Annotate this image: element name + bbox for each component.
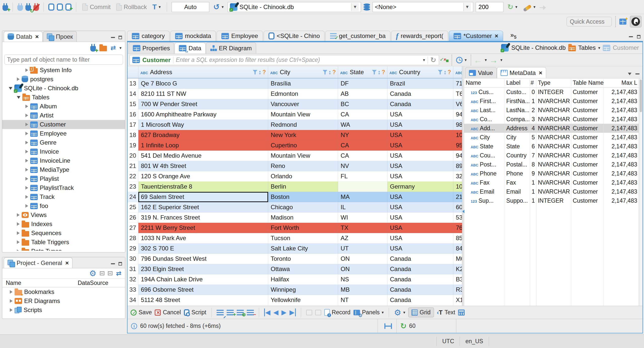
project-item[interactable]: Bookmarks — [2, 287, 125, 296]
tree-item[interactable]: Employee — [2, 129, 125, 138]
column-header-name[interactable]: Name — [464, 79, 505, 86]
sort-icon[interactable] — [328, 69, 331, 76]
metadata-row[interactable]: Cou... Country 7 NVARCHAR Customer 2,147… — [464, 151, 639, 160]
meta-cell-name[interactable]: Last... — [464, 106, 505, 115]
cell-country[interactable]: Canada — [387, 89, 453, 99]
cell-state[interactable]: AZ — [338, 233, 387, 243]
tree-item[interactable]: Genre — [2, 138, 125, 147]
editor-subtab[interactable]: Data — [175, 42, 206, 54]
cell-state[interactable]: CA — [338, 151, 387, 161]
meta-cell-name[interactable]: Cus... — [464, 88, 505, 97]
cell-address[interactable]: 69 Salem Street — [138, 192, 268, 202]
expand-arrow-icon[interactable] — [25, 177, 28, 181]
editor-tab[interactable]: *Customer × — [449, 31, 503, 41]
tree-item[interactable]: Indexes — [2, 220, 125, 229]
cell-country[interactable]: USA — [387, 202, 453, 212]
row-number-cell[interactable]: 30 — [128, 254, 138, 264]
meta-cell-maxlength[interactable]: 2,147,483 — [604, 151, 639, 160]
cell-address[interactable]: 162 E Superior Street — [138, 202, 268, 212]
meta-cell-type[interactable]: NVARCHAR — [536, 97, 571, 106]
meta-cell-label[interactable]: Compa... — [505, 115, 530, 124]
meta-cell-tablename[interactable]: Customer — [571, 88, 604, 97]
column-header-postalcode[interactable] — [453, 66, 462, 78]
cell-postalcode[interactable]: 71 — [453, 78, 462, 89]
tree-item[interactable]: MediaType — [2, 165, 125, 174]
meta-cell-number[interactable]: 8 — [530, 160, 536, 169]
meta-cell-number[interactable]: 9 — [530, 169, 536, 178]
cell-address[interactable]: 194A Chain Lake Drive — [138, 274, 268, 285]
search-metadata-button[interactable]: ▾ — [521, 3, 537, 11]
row-number-cell[interactable]: 27 — [128, 223, 138, 233]
cell-state[interactable]: TX — [338, 223, 387, 233]
filter-icon[interactable] — [438, 70, 442, 74]
expand-arrow-icon[interactable] — [17, 213, 20, 217]
metadata-row[interactable]: Last... LastNa... 2 NVARCHAR Customer 2,… — [464, 106, 639, 115]
rollback-button[interactable]: Rollback — [115, 3, 148, 12]
meta-cell-type[interactable]: INTEGER — [536, 196, 571, 205]
tree-item[interactable]: Views — [2, 210, 125, 220]
filter-history-icon[interactable]: ▾ — [423, 58, 425, 62]
tree-item[interactable]: foo — [2, 201, 125, 210]
cell-postalcode[interactable]: 84 — [453, 243, 462, 254]
cell-postalcode[interactable]: T6 — [453, 89, 462, 99]
meta-cell-tablename[interactable]: Customer — [571, 133, 604, 142]
cell-city[interactable]: Toronto — [268, 254, 338, 264]
cell-country[interactable]: USA — [387, 223, 453, 233]
quick-access-input[interactable] — [567, 17, 612, 26]
tree-item[interactable]: Tables — [2, 93, 125, 102]
meta-cell-name[interactable]: First... — [464, 97, 505, 106]
minimize-icon[interactable] — [635, 73, 639, 74]
editor-subtab[interactable]: Properties — [129, 42, 174, 54]
expand-arrow-icon[interactable] — [25, 141, 28, 144]
row-number-cell[interactable]: 31 — [128, 264, 138, 274]
cell-country[interactable]: USA — [387, 171, 453, 182]
row-number-cell[interactable]: 25 — [128, 202, 138, 212]
breadcrumb-db[interactable]: SQLite - Chinook.db — [511, 44, 566, 51]
cell-country[interactable]: Canada — [387, 264, 453, 274]
help-icon[interactable] — [448, 69, 451, 76]
edit-cell-icon[interactable] — [217, 310, 224, 315]
meta-cell-name[interactable]: Co... — [464, 115, 505, 124]
metadata-row[interactable]: Phone Phone 9 NVARCHAR Customer 2,147,48… — [464, 169, 639, 178]
calc-panel-icon[interactable] — [458, 310, 465, 316]
cell-address[interactable]: 796 Dundas Street West — [138, 254, 268, 264]
meta-cell-maxlength[interactable]: 2,147,483 — [604, 187, 639, 196]
expand-arrow-icon[interactable] — [17, 222, 20, 226]
transaction-mode-button[interactable]: ▾ — [151, 2, 162, 12]
meta-cell-maxlength[interactable]: 2,147,483 — [604, 196, 639, 205]
editor-tab[interactable]: category × — [127, 31, 170, 41]
expand-arrow-icon[interactable] — [25, 114, 28, 117]
expand-all-icon[interactable] — [108, 271, 112, 275]
metadata-row[interactable]: City City 5 NVARCHAR Customer 2,147,483 — [464, 133, 639, 142]
cell-postalcode[interactable]: 32 — [453, 171, 462, 182]
cell-country[interactable]: USA — [387, 120, 453, 130]
expand-arrow-icon[interactable] — [25, 123, 28, 126]
editor-tab[interactable]: get_customer_ba × — [325, 31, 390, 41]
next-row-icon[interactable]: ▶ — [281, 309, 287, 316]
cell-postalcode[interactable]: R3 — [453, 285, 462, 295]
cell-address[interactable]: 700 W Pender Street — [138, 99, 268, 109]
meta-cell-label[interactable]: Country — [505, 151, 530, 160]
close-icon[interactable]: × — [539, 69, 542, 76]
previous-row-icon[interactable]: ◀ — [273, 309, 278, 316]
meta-cell-type[interactable]: NVARCHAR — [536, 133, 571, 142]
project-item[interactable]: ER Diagrams — [2, 296, 125, 306]
cell-postalcode[interactable]: 10 — [453, 130, 462, 140]
cell-address[interactable]: 627 Broadway — [138, 130, 268, 140]
cell-address[interactable]: 2211 W Berry Street — [138, 223, 268, 233]
row-number-cell[interactable]: 26 — [128, 212, 138, 223]
cell-country[interactable]: Germany — [387, 182, 453, 192]
chevron-down-icon[interactable]: ▾ — [598, 46, 600, 50]
commit-button[interactable]: Commit — [81, 3, 112, 12]
combo-dropdown-icon[interactable]: ▼ — [351, 3, 359, 11]
meta-cell-name[interactable]: Phone — [464, 169, 505, 178]
cell-postalcode[interactable]: 89 — [453, 161, 462, 171]
meta-cell-tablename[interactable]: Customer — [571, 160, 604, 169]
cell-address[interactable]: 696 Osborne Street — [138, 285, 268, 295]
panel-splitter[interactable] — [462, 66, 464, 306]
sort-icon[interactable] — [258, 69, 261, 76]
meta-cell-name[interactable]: Sup... — [464, 196, 505, 205]
cell-country[interactable]: USA — [387, 192, 453, 202]
meta-cell-label[interactable]: Email — [505, 187, 530, 196]
sql-editor-icon[interactable] — [48, 4, 54, 11]
